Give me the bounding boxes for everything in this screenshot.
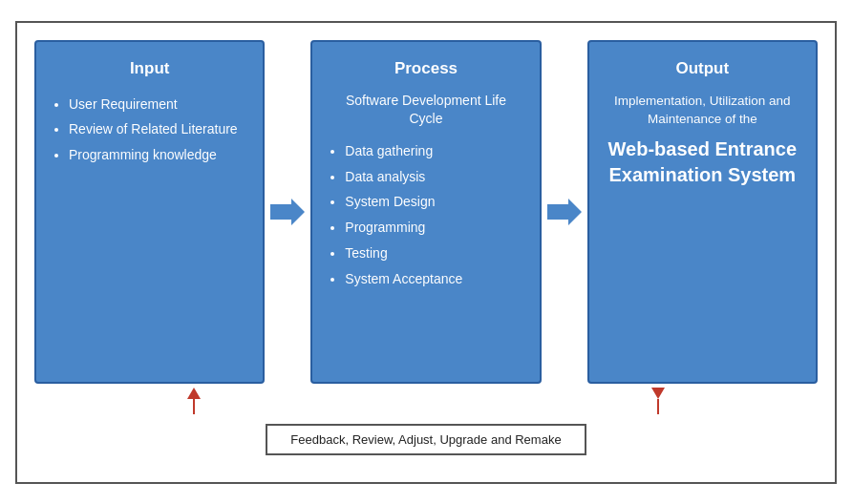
vline-left bbox=[193, 399, 195, 414]
svg-marker-1 bbox=[547, 199, 582, 225]
main-row: Input User Requirement Review of Related… bbox=[34, 40, 818, 384]
input-title: Input bbox=[52, 59, 247, 78]
list-item: System Acceptance bbox=[345, 270, 462, 288]
feedback-area: Feedback, Review, Adjust, Upgrade and Re… bbox=[34, 388, 818, 455]
process-subtitle: Software Development Life Cycle bbox=[328, 92, 523, 129]
vline-right bbox=[657, 399, 659, 414]
diagram-container: Input User Requirement Review of Related… bbox=[15, 21, 837, 484]
list-item: Programming bbox=[345, 219, 462, 237]
output-title: Output bbox=[605, 59, 800, 78]
input-list: User Requirement Review of Related Liter… bbox=[52, 95, 238, 173]
output-bold: Web-based Entrance Examination System bbox=[605, 136, 800, 188]
process-list: Data gathering Data analysis System Desi… bbox=[328, 142, 462, 296]
output-intro: Implementation, Utilization and Maintena… bbox=[605, 92, 800, 129]
arrow-up-left bbox=[187, 388, 201, 399]
list-item: System Design bbox=[345, 193, 462, 211]
arrows-above bbox=[183, 388, 669, 414]
list-item: User Requirement bbox=[69, 95, 238, 114]
arrow-down-right bbox=[651, 388, 665, 399]
left-arrow-column bbox=[183, 388, 204, 414]
list-item: Data analysis bbox=[345, 168, 462, 186]
feedback-label: Feedback, Review, Adjust, Upgrade and Re… bbox=[290, 432, 561, 447]
feedback-box: Feedback, Review, Adjust, Upgrade and Re… bbox=[266, 424, 586, 455]
arrow-1 bbox=[265, 199, 310, 225]
list-item: Review of Related Literature bbox=[69, 120, 238, 138]
process-title: Process bbox=[328, 59, 523, 78]
svg-marker-0 bbox=[270, 199, 305, 225]
list-item: Programming knowledge bbox=[69, 146, 238, 164]
list-item: Testing bbox=[345, 244, 462, 262]
list-item: Data gathering bbox=[345, 142, 462, 160]
process-box: Process Software Development Life Cycle … bbox=[310, 40, 541, 384]
output-box: Output Implementation, Utilization and M… bbox=[587, 40, 818, 384]
arrow-2 bbox=[542, 199, 587, 225]
right-arrow-column bbox=[648, 388, 669, 414]
input-box: Input User Requirement Review of Related… bbox=[34, 40, 265, 384]
